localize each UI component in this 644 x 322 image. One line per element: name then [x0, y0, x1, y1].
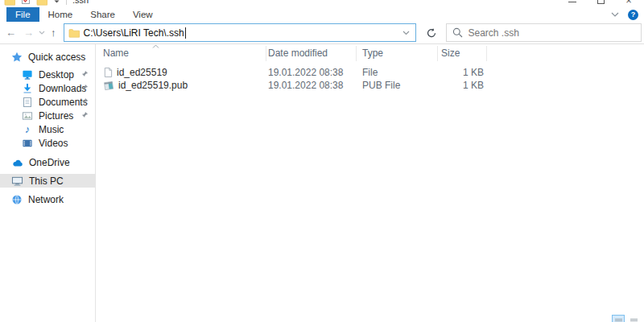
column-divider[interactable]: [266, 46, 266, 61]
recent-locations-chevron-icon[interactable]: [39, 31, 45, 35]
column-headers: Name Date modified Type Size: [96, 44, 644, 61]
tab-share[interactable]: Share: [81, 7, 124, 22]
tab-file[interactable]: File: [6, 7, 39, 22]
properties-icon[interactable]: [21, 0, 31, 5]
tab-view[interactable]: View: [124, 7, 162, 22]
file-name: id_ed25519: [117, 67, 167, 78]
file-size: 1 KB: [437, 67, 486, 78]
list-view-icon: [630, 319, 638, 322]
music-note-icon: ♪: [22, 124, 33, 134]
address-bar[interactable]: C:\Users\LiRI Tech\.ssh: [64, 23, 416, 42]
documents-icon: [22, 97, 33, 108]
up-button[interactable]: ↑: [51, 27, 56, 38]
ribbon-tab-bar: File Home Share View ?: [0, 7, 644, 22]
sidebar-item-music[interactable]: ♪ Music: [0, 122, 95, 136]
sidebar-item-network[interactable]: Network: [0, 192, 95, 206]
file-explorer-window: .ssh × File Home Share View ? ← → ↑ C:\U…: [0, 0, 644, 322]
sidebar-item-label: Quick access: [28, 52, 85, 63]
file-type: PUB File: [356, 80, 437, 91]
sidebar-item-label: Documents: [39, 97, 88, 108]
file-size: 1 KB: [437, 80, 486, 91]
file-type: File: [356, 67, 437, 78]
search-icon: [452, 27, 463, 38]
network-globe-icon: [11, 194, 23, 205]
sidebar-item-pictures[interactable]: Pictures: [0, 109, 95, 122]
pin-icon: [81, 84, 89, 91]
search-box: [446, 23, 642, 42]
this-pc-icon: [11, 175, 23, 187]
explorer-folder-icon: [4, 0, 15, 6]
back-button[interactable]: ←: [6, 27, 16, 38]
details-view-icon: [615, 319, 622, 322]
pin-icon: [81, 70, 89, 77]
file-row[interactable]: id_ed25519.pub 19.01.2022 08:38 PUB File…: [96, 79, 644, 92]
sidebar-item-documents[interactable]: Documents: [0, 95, 95, 109]
text-caret: [185, 27, 186, 39]
sidebar-item-label: Desktop: [39, 69, 74, 80]
desktop-icon: [22, 69, 33, 80]
column-divider[interactable]: [356, 46, 357, 61]
column-divider[interactable]: [486, 46, 487, 61]
sidebar-item-label: Videos: [39, 138, 68, 149]
sidebar-item-onedrive[interactable]: OneDrive: [0, 155, 95, 169]
address-path-text: C:\Users\LiRI Tech\.ssh: [84, 27, 184, 39]
videos-icon: [22, 138, 33, 149]
new-folder-icon[interactable]: [36, 0, 47, 6]
onedrive-cloud-icon: [11, 158, 23, 167]
sidebar-item-downloads[interactable]: Downloads: [0, 81, 95, 95]
sidebar-item-this-pc[interactable]: This PC: [0, 174, 95, 188]
pin-icon: [81, 111, 89, 118]
folder-icon: [68, 27, 80, 38]
window-title: .ssh: [72, 0, 89, 5]
sidebar-item-label: Downloads: [39, 83, 86, 94]
column-header-type[interactable]: Type: [362, 47, 383, 59]
navigation-pane: Quick access Desktop Downloads: [0, 44, 96, 322]
file-row[interactable]: id_ed25519 19.01.2022 08:38 File 1 KB: [96, 66, 644, 79]
star-icon: [11, 52, 23, 63]
file-date-modified: 19.01.2022 08:38: [266, 80, 356, 91]
sidebar-item-label: OneDrive: [29, 157, 70, 168]
pin-icon: [81, 97, 89, 105]
sidebar-item-videos[interactable]: Videos: [0, 136, 95, 150]
file-date-modified: 19.01.2022 08:38: [266, 67, 356, 78]
help-icon[interactable]: ?: [628, 10, 638, 20]
details-view-button[interactable]: [612, 315, 625, 322]
search-input[interactable]: [469, 27, 635, 39]
sidebar-item-quick-access[interactable]: Quick access: [0, 50, 95, 64]
tab-home[interactable]: Home: [39, 7, 82, 22]
sort-ascending-icon: [152, 44, 159, 48]
column-header-date-modified[interactable]: Date modified: [268, 47, 328, 59]
customize-qat-dropdown-icon[interactable]: [53, 0, 60, 4]
sidebar-item-label: Music: [39, 124, 64, 135]
refresh-icon[interactable]: [423, 24, 440, 42]
column-header-size[interactable]: Size: [441, 47, 460, 59]
title-bar: .ssh ×: [0, 0, 644, 7]
file-list-pane: Name Date modified Type Size id_ed25519 …: [96, 44, 644, 322]
sidebar-item-label: Pictures: [39, 110, 73, 122]
pictures-icon: [22, 110, 33, 122]
expand-ribbon-chevron-icon[interactable]: [611, 12, 619, 17]
column-header-name[interactable]: Name: [103, 47, 129, 59]
file-name: id_ed25519.pub: [118, 80, 188, 91]
address-dropdown-chevron-icon[interactable]: [402, 31, 411, 35]
downloads-icon: [22, 83, 33, 94]
sidebar-item-label: Network: [28, 194, 64, 205]
sidebar-item-desktop[interactable]: Desktop: [0, 68, 95, 81]
titlebar-separator: [66, 0, 67, 5]
sidebar-item-label: This PC: [29, 175, 64, 187]
list-view-button[interactable]: [627, 315, 640, 322]
forward-button[interactable]: →: [23, 27, 34, 38]
unknown-file-icon: [103, 80, 114, 91]
navigation-toolbar: ← → ↑ C:\Users\LiRI Tech\.ssh: [0, 22, 644, 44]
column-divider[interactable]: [437, 46, 438, 61]
generic-file-icon: [103, 67, 113, 78]
